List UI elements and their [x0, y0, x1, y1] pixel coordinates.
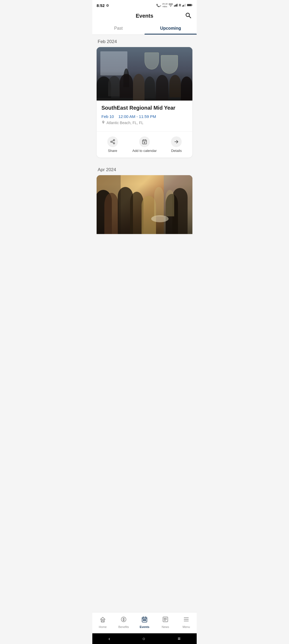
svg-rect-4: [182, 5, 183, 6]
event-tabs: Past Upcoming: [92, 22, 197, 35]
signal-bars-2-icon: [182, 3, 186, 7]
status-time: 8:52: [97, 3, 105, 8]
event-card-april: [97, 175, 192, 234]
tab-upcoming[interactable]: Upcoming: [144, 22, 197, 34]
calendar-label: Add to calendar: [132, 149, 157, 153]
event-image-southeast: [97, 47, 192, 101]
events-content: Feb 2024: [92, 35, 197, 234]
svg-rect-7: [185, 4, 186, 7]
header: Events: [92, 10, 197, 22]
search-button[interactable]: [185, 12, 191, 20]
details-label: Details: [171, 149, 182, 153]
svg-line-16: [112, 142, 113, 143]
svg-rect-1: [175, 5, 176, 6]
share-button[interactable]: Share: [97, 133, 128, 156]
event-title: SouthEast Regional Mid Year: [101, 105, 188, 111]
section-header-feb: Feb 2024: [92, 35, 197, 47]
status-bar: 8:52 ⚙ 📞₂ 29.16 KB/s: [92, 0, 197, 10]
roaming-indicator: R: [179, 3, 181, 7]
svg-rect-6: [184, 4, 185, 6]
arrow-right-icon: [171, 136, 182, 147]
event-info-southeast: SouthEast Regional Mid Year Feb 10 12:00…: [97, 101, 192, 128]
add-to-calendar-button[interactable]: Add to calendar: [128, 133, 160, 156]
event-card-southeast: SouthEast Regional Mid Year Feb 10 12:00…: [97, 47, 192, 158]
settings-icon: ⚙: [106, 3, 109, 7]
call-indicator-icon: 📞₂: [156, 4, 161, 7]
details-button[interactable]: Details: [161, 133, 192, 156]
event-actions: Share Add to calendar: [97, 132, 192, 158]
svg-rect-0: [174, 5, 175, 6]
data-speed: 29.16 KB/s: [162, 3, 168, 8]
event-location: Atlantic Beach, FL, FL: [101, 120, 188, 125]
event-datetime: Feb 10 12:00 AM - 11:59 PM: [101, 114, 188, 119]
status-icons: 📞₂ 29.16 KB/s: [156, 3, 192, 8]
battery-icon: [187, 3, 192, 7]
signal-bars-icon: [174, 3, 178, 7]
share-label: Share: [108, 149, 117, 153]
calendar-plus-icon: [139, 136, 150, 147]
share-icon: [107, 136, 118, 147]
svg-rect-2: [176, 4, 177, 6]
svg-line-12: [189, 16, 191, 18]
tab-past[interactable]: Past: [92, 22, 144, 34]
event-image-april: [97, 175, 192, 234]
svg-rect-9: [192, 5, 192, 6]
section-header-apr: Apr 2024: [92, 163, 197, 175]
location-pin-icon: [101, 120, 105, 125]
svg-rect-3: [177, 4, 178, 7]
page-title: Events: [136, 13, 153, 19]
wifi-icon: [169, 3, 173, 7]
svg-rect-10: [187, 4, 191, 6]
svg-rect-5: [183, 5, 184, 6]
svg-line-17: [112, 140, 113, 141]
